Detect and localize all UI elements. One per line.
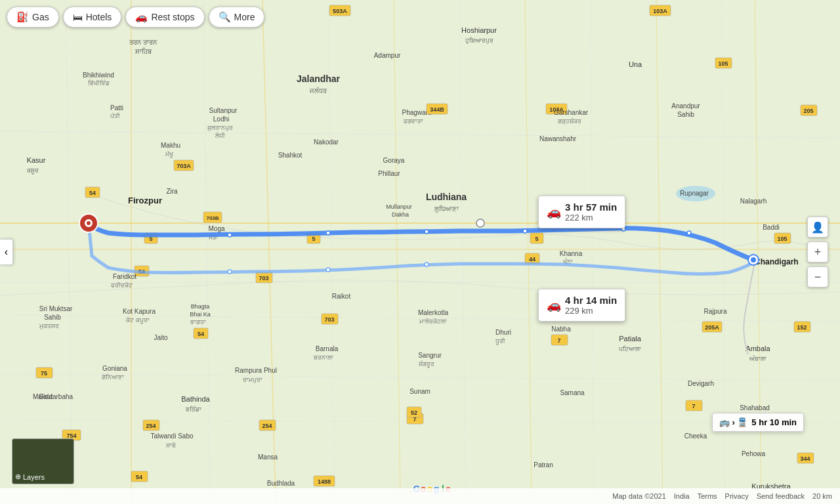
svg-text:Rupnagar: Rupnagar [680,190,709,197]
svg-text:ਕੋਟ ਕਪੂਰਾ: ਕੋਟ ਕਪੂਰਾ [125,316,150,324]
rest-stops-button[interactable]: 🚗 Rest stops [125,7,204,28]
svg-text:Sahib: Sahib [677,111,694,118]
svg-text:7: 7 [692,403,695,410]
svg-text:ਭਾਗਤਾ: ਭਾਗਤਾ [190,319,206,326]
svg-text:Patti: Patti [110,104,123,112]
svg-text:ਬਰਨਾਲਾ: ਬਰਨਾਲਾ [313,354,333,361]
svg-point-91 [425,262,429,266]
primary-duration: 3 hr 57 min [565,201,617,213]
svg-text:ਹੁਸ਼ਿਆਰਪੁਰ: ਹੁਸ਼ਿਆਰਪੁਰ [465,37,494,44]
svg-text:Nawanshahr: Nawanshahr [539,135,577,142]
svg-text:Goniana: Goniana [102,365,127,372]
secondary-distance: 229 km [565,306,617,316]
transit-time: 5 hr 10 min [751,417,797,427]
collapse-icon: ‹ [5,246,8,258]
more-label: More [234,12,255,22]
svg-text:Sahib: Sahib [44,314,61,321]
svg-text:Nakodar: Nakodar [314,138,339,146]
country-text: India [674,492,690,500]
svg-point-90 [326,268,330,272]
hotels-icon: 🛏 [73,12,83,23]
svg-text:Patran: Patran [534,461,553,469]
svg-text:Goraya: Goraya [383,157,405,164]
svg-point-88 [687,231,691,235]
svg-text:703A: 703A [177,163,191,169]
svg-text:Sri Muktsar: Sri Muktsar [39,305,73,312]
svg-point-96 [87,221,91,225]
svg-text:Firozpur: Firozpur [128,196,162,205]
terms-link[interactable]: Terms [698,492,717,500]
svg-text:Sultanpur: Sultanpur [209,107,238,114]
zoom-out-button[interactable]: − [807,266,828,287]
svg-text:ਬਠਿੰਡਾ: ਬਠਿੰਡਾ [185,406,201,413]
svg-text:Zira: Zira [166,188,178,195]
svg-text:Devigarh: Devigarh [688,380,714,387]
svg-text:Anandpur: Anandpur [671,102,700,110]
more-button[interactable]: 🔍 More [209,7,265,28]
svg-text:54: 54 [136,474,142,480]
svg-text:ਗੜ੍ਹਸ਼ੰਕਰ: ਗੜ੍ਹਸ਼ੰਕਰ [557,117,581,125]
svg-text:205A: 205A [705,324,719,331]
privacy-link[interactable]: Privacy [725,492,749,500]
svg-text:Cheeka: Cheeka [684,432,707,440]
svg-text:ਅੰਬਾਲਾ: ਅੰਬਾਲਾ [749,355,766,362]
svg-text:105: 105 [777,236,787,242]
svg-text:Raikot: Raikot [332,293,351,300]
car-icon: 🚗 [547,205,561,219]
svg-text:ਫਰੀਦਕੋਟ: ਫਰੀਦਕੋਟ [110,282,133,289]
toolbar: ⛽ Gas 🛏 Hotels 🚗 Rest stops 🔍 More [7,7,264,28]
svg-text:Malout: Malout [33,393,52,400]
svg-text:Barnala: Barnala [316,345,339,352]
svg-text:ਸਾਹਿਬ: ਸਾਹਿਬ [135,47,152,55]
svg-text:Malerkotla: Malerkotla [418,309,449,316]
person-icon: 👤 [811,221,824,234]
svg-text:54: 54 [89,190,96,196]
collapse-button[interactable]: ‹ [0,239,13,265]
scale-label: 20 km [812,492,832,500]
svg-text:ਸਾਬੋ: ਸਾਬੋ [165,442,176,449]
svg-text:Jalandhar: Jalandhar [297,74,341,84]
svg-text:Pehowa: Pehowa [742,450,766,457]
svg-text:Jaito: Jaito [154,334,168,341]
svg-text:Sunam: Sunam [410,388,430,395]
transit-info[interactable]: 🚌 › 🚆 5 hr 10 min [712,413,804,432]
layers-icon: ⊕ [15,472,21,481]
satellite-thumbnail[interactable]: ⊕ Layers [12,438,74,484]
svg-text:5: 5 [312,236,315,242]
svg-text:105: 105 [718,60,728,67]
svg-text:503A: 503A [333,8,347,14]
primary-route-info[interactable]: 🚗 3 hr 57 min 222 km [538,196,625,228]
svg-text:ਜਲੰਧਰ: ਜਲੰਧਰ [309,87,327,94]
svg-text:Sangrur: Sangrur [418,352,442,359]
gas-label: Gas [32,12,49,22]
hotels-label: Hotels [86,12,112,22]
map-controls: 👤 + − [807,217,828,287]
svg-point-89 [228,270,232,274]
svg-text:Lodhi: Lodhi [213,116,229,123]
zoom-in-button[interactable]: + [807,242,828,262]
feedback-link[interactable]: Send feedback [757,492,805,500]
svg-point-85 [425,230,429,234]
svg-text:Budhlada: Budhlada [267,480,295,487]
svg-text:ਗੋਨਿਆਣਾ: ਗੋਨਿਆਣਾ [101,373,124,381]
svg-text:ਮਾਲੇਰਕੋਟਲਾ: ਮਾਲੇਰਕੋਟਲਾ [419,318,447,325]
streetview-button[interactable]: 👤 [807,217,828,238]
svg-text:205: 205 [803,108,813,114]
svg-text:52: 52 [411,410,417,416]
secondary-duration: 4 hr 14 min [565,295,617,306]
svg-text:ਰਾਮਪੁਰਾ: ਰਾਮਪੁਰਾ [242,377,262,383]
svg-text:ਮੁਕਤਸਰ: ਮੁਕਤਸਰ [39,323,59,329]
gas-button[interactable]: ⛽ Gas [7,7,59,28]
svg-text:Chandigarh: Chandigarh [755,257,799,266]
svg-text:ਤਰਨ ਤਾਰਨ: ਤਰਨ ਤਾਰਨ [129,39,158,46]
hotels-button[interactable]: 🛏 Hotels [63,7,122,28]
car-secondary-icon: 🚗 [547,298,561,312]
svg-text:344B: 344B [430,106,444,113]
svg-text:ਲੁਧਿਆਣਾ: ਲੁਧਿਆਣਾ [434,205,459,213]
secondary-route-info[interactable]: 🚗 4 hr 14 min 229 km [538,289,625,322]
svg-text:703: 703 [259,275,268,282]
svg-text:Nalagarh: Nalagarh [740,198,767,205]
svg-text:Bhikhiwind: Bhikhiwind [83,72,114,79]
svg-text:Mansa: Mansa [258,453,278,461]
svg-text:Faridkot: Faridkot [113,273,136,280]
